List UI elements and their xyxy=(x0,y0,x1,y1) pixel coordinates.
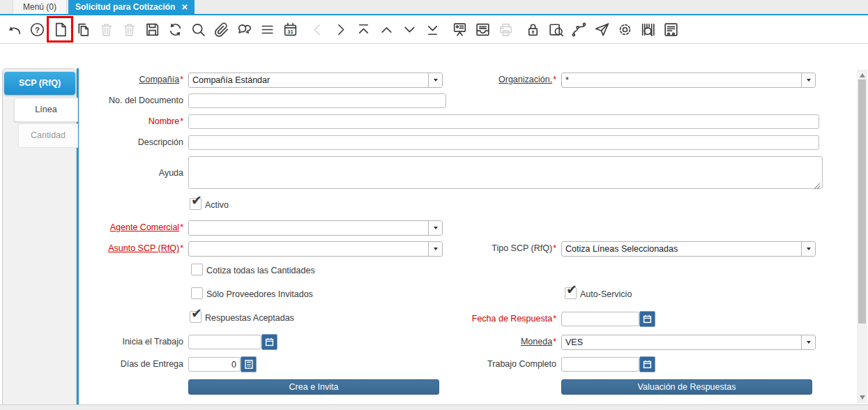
send-mail-icon[interactable] xyxy=(593,20,611,38)
grid-toggle-icon[interactable] xyxy=(258,20,276,38)
solo-proveedores-checkbox[interactable] xyxy=(191,287,203,299)
detail-record-icon[interactable] xyxy=(400,20,418,38)
resize-handle-icon[interactable] xyxy=(814,180,821,192)
agente-comercial-combobox[interactable] xyxy=(188,220,443,236)
vertical-scrollbar[interactable] xyxy=(857,70,867,403)
private-lock-icon[interactable] xyxy=(524,20,542,38)
chevron-down-icon[interactable] xyxy=(428,242,442,256)
moneda-label: Moneda* xyxy=(452,335,556,349)
inicia-trabajo-calendar-button[interactable] xyxy=(261,334,277,350)
new-record-icon[interactable] xyxy=(51,20,69,38)
form-icon[interactable] xyxy=(450,20,469,38)
window-tabbar: Menú (0) Solicitud para Cotización × xyxy=(0,0,868,14)
agente-comercial-value xyxy=(189,221,428,235)
calculator-icon xyxy=(245,360,253,369)
parent-record-icon[interactable] xyxy=(377,20,395,38)
cotiza-todas-label: Cotiza todas las Cantidades xyxy=(206,264,315,278)
trabajo-completo-calendar-button[interactable] xyxy=(639,356,655,372)
dias-entrega-calculator-button[interactable] xyxy=(241,356,257,372)
valuacion-respuestas-button[interactable]: Valuación de Respuestas xyxy=(561,379,812,395)
horizontal-scrollbar-track[interactable] xyxy=(0,404,868,410)
last-record-icon[interactable] xyxy=(423,20,441,38)
close-tab-icon[interactable]: × xyxy=(181,1,188,13)
ayuda-textarea[interactable] xyxy=(188,156,823,189)
check-icon: ✔ xyxy=(191,192,202,208)
ayuda-label: Ayuda xyxy=(79,166,183,181)
check-icon: ✔ xyxy=(566,282,577,298)
product-info-icon[interactable] xyxy=(639,20,657,38)
requery-icon[interactable] xyxy=(166,20,184,38)
moneda-combobox[interactable]: VES xyxy=(561,335,816,350)
save-icon[interactable] xyxy=(143,20,161,38)
scroll-up-icon[interactable] xyxy=(860,73,865,77)
compania-combobox[interactable]: Compañía Estándar xyxy=(188,73,443,88)
organizacion-value: * xyxy=(562,73,801,87)
fecha-respuesta-input[interactable] xyxy=(561,312,639,326)
fecha-respuesta-label: Fecha de Respuesta* xyxy=(452,312,556,326)
respuestas-aceptadas-checkbox[interactable]: ✔ xyxy=(190,311,201,323)
chevron-down-icon[interactable] xyxy=(428,221,442,235)
calendar-icon xyxy=(265,337,274,347)
descripcion-input[interactable] xyxy=(188,135,819,150)
respuestas-aceptadas-label: Respuestas Aceptadas xyxy=(205,312,294,325)
print-icon xyxy=(496,20,515,38)
solo-proveedores-label: Sólo Proveedores Invitados xyxy=(206,288,313,301)
compania-label: Compañía* xyxy=(79,73,183,87)
next-record-icon[interactable] xyxy=(331,20,349,38)
find-icon[interactable] xyxy=(189,20,207,38)
tipo-scp-label: Tipo SCP (RfQ)* xyxy=(452,241,556,256)
help-icon[interactable]: ? xyxy=(28,20,46,38)
calendar-icon xyxy=(643,314,652,324)
fecha-respuesta-calendar-button[interactable] xyxy=(639,311,655,327)
trabajo-completo-input[interactable] xyxy=(561,357,639,372)
scrollbar-thumb[interactable] xyxy=(858,79,866,324)
chevron-down-icon[interactable] xyxy=(801,242,815,256)
descripcion-label: Descripción xyxy=(79,135,183,150)
zoom-across-icon[interactable] xyxy=(547,20,565,38)
activo-checkbox[interactable]: ✔ xyxy=(190,198,201,210)
report-icon[interactable] xyxy=(662,20,680,38)
workflow-icon[interactable] xyxy=(570,20,588,38)
chat-icon[interactable] xyxy=(235,20,253,38)
undo-icon[interactable] xyxy=(5,20,23,38)
tab-menu[interactable]: Menú (0) xyxy=(13,0,67,14)
asunto-scp-combobox[interactable] xyxy=(188,241,443,257)
check-icon: ✔ xyxy=(191,305,202,321)
organizacion-label: Organización.* xyxy=(452,73,556,87)
dias-entrega-input[interactable] xyxy=(188,357,241,372)
tipo-scp-value: Cotiza Líneas Seleccionadas xyxy=(562,242,801,256)
nombre-input[interactable] xyxy=(188,114,819,129)
archive-icon[interactable] xyxy=(473,20,492,38)
sidebar-tab-cantidad[interactable]: Cantidad xyxy=(18,123,78,148)
organizacion-combobox[interactable]: * xyxy=(561,73,816,88)
activo-label: Activo xyxy=(205,199,229,212)
inicia-trabajo-input[interactable] xyxy=(188,335,261,349)
no-documento-input[interactable] xyxy=(188,93,446,108)
scroll-down-icon[interactable] xyxy=(860,395,865,400)
first-record-icon[interactable] xyxy=(354,20,372,38)
copy-record-icon[interactable] xyxy=(74,20,92,38)
delete-record-icon xyxy=(97,20,115,38)
chevron-down-icon[interactable] xyxy=(801,335,815,349)
calendar-icon[interactable]: 31 xyxy=(281,20,299,38)
preferences-icon[interactable] xyxy=(616,20,634,38)
auto-servicio-checkbox[interactable]: ✔ xyxy=(565,287,577,299)
nombre-label: Nombre* xyxy=(79,114,183,129)
auto-servicio-label: Auto-Servicio xyxy=(580,288,632,301)
chevron-down-icon[interactable] xyxy=(801,73,815,87)
agente-comercial-label: Agente Comercial* xyxy=(79,220,183,235)
sidebar-tab-scp-rfq[interactable]: SCP (RfQ) xyxy=(4,72,75,95)
sidebar-tab-linea[interactable]: Línea xyxy=(14,98,78,122)
rfq-window: Menú (0) Solicitud para Cotización × ? 3… xyxy=(0,0,868,410)
no-documento-label: No. del Documento xyxy=(79,93,183,108)
cotiza-todas-checkbox[interactable] xyxy=(191,264,203,275)
attachment-icon[interactable] xyxy=(212,20,230,38)
svg-text:?: ? xyxy=(35,25,40,33)
chevron-down-icon[interactable] xyxy=(428,73,442,87)
inicia-trabajo-label: Inicia el Trabajo xyxy=(79,335,183,349)
compania-value: Compañía Estándar xyxy=(189,73,428,87)
previous-record-icon xyxy=(308,20,326,38)
crea-e-invita-button[interactable]: Crea e Invita xyxy=(188,379,439,395)
tipo-scp-combobox[interactable]: Cotiza Líneas Seleccionadas xyxy=(561,241,816,257)
tab-solicitud-cotizacion[interactable]: Solicitud para Cotización × xyxy=(68,0,195,14)
